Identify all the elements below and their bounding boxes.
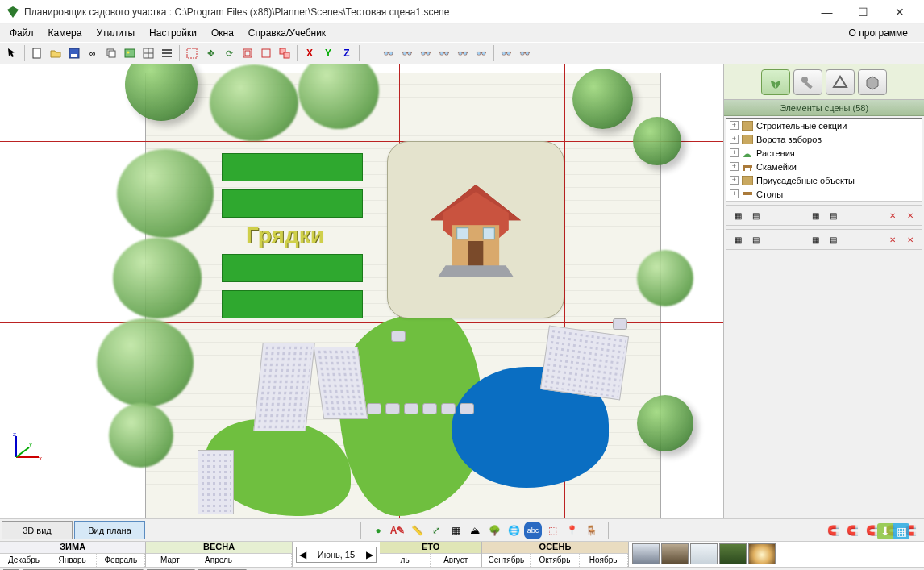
stone[interactable]	[385, 403, 400, 414]
stone[interactable]	[460, 403, 474, 414]
menu-about[interactable]: О программе	[843, 26, 914, 40]
select-box-icon[interactable]: ⬚	[543, 522, 561, 539]
list-icon[interactable]	[158, 44, 176, 62]
link-icon[interactable]: ∞	[84, 44, 102, 62]
month[interactable]: Октябрь	[531, 554, 579, 567]
delete-icon[interactable]: ✕	[902, 207, 918, 223]
month[interactable]: ль	[380, 554, 431, 567]
camera-1-icon[interactable]: 👓	[380, 44, 397, 62]
month[interactable]: Март	[146, 554, 194, 567]
expand-icon[interactable]: +	[730, 121, 739, 130]
terrain-icon[interactable]: ⛰	[466, 522, 484, 539]
globe-icon[interactable]: 🌐	[505, 522, 522, 539]
month[interactable]: Ноябрь	[580, 554, 628, 567]
canvas-viewport[interactable]: Грядки	[0, 64, 723, 518]
clone-icon[interactable]	[276, 44, 293, 62]
mini-btn-icon[interactable]: ▤	[747, 231, 764, 248]
open-file-icon[interactable]	[47, 44, 65, 62]
palette-shape-icon[interactable]	[826, 69, 855, 95]
tree-node-label[interactable]: Скамейки	[756, 162, 797, 172]
sky-thumb[interactable]	[719, 543, 747, 564]
expand-icon[interactable]: +	[730, 135, 739, 144]
abc-icon[interactable]: abc	[524, 522, 542, 539]
date-prev-icon[interactable]: ◀	[297, 549, 310, 560]
visibility-icon[interactable]: ●	[369, 522, 387, 539]
scale-icon[interactable]	[239, 44, 256, 62]
rock-path[interactable]	[198, 450, 234, 514]
mini-btn-icon[interactable]: ▤	[825, 231, 841, 248]
grid-toggle-icon[interactable]: ▦	[447, 522, 464, 539]
garden-bed[interactable]	[222, 290, 363, 318]
sky-thumb[interactable]	[690, 543, 718, 564]
mini-btn-icon[interactable]: ▤	[825, 207, 841, 223]
select-all-icon[interactable]	[183, 44, 201, 62]
date-next-icon[interactable]: ▶	[363, 549, 376, 560]
rotate-icon[interactable]: ⟳	[220, 44, 238, 62]
object-marker[interactable]	[391, 331, 406, 342]
pin-icon[interactable]: 📍	[563, 522, 581, 539]
stone[interactable]	[441, 403, 456, 414]
snap-magnet-icon[interactable]: 🧲	[843, 522, 861, 539]
axis-x-button[interactable]: X	[301, 44, 318, 62]
axis-z-button[interactable]: Z	[338, 44, 356, 62]
ruler-icon[interactable]: 📏	[408, 522, 426, 539]
text-a-icon[interactable]: A✎	[389, 522, 406, 539]
axis-y-button[interactable]: Y	[319, 44, 337, 62]
camera-7-icon[interactable]: 👓	[497, 44, 515, 62]
sky-thumb[interactable]	[632, 543, 660, 564]
menu-windows[interactable]: Окна	[205, 26, 240, 40]
tree-node-label[interactable]: Растения	[756, 148, 795, 158]
delete-icon[interactable]: ✕	[884, 207, 901, 223]
tree-object[interactable]	[117, 149, 214, 238]
tree-node-label[interactable]: Строительные секции	[756, 121, 847, 131]
palette-plants-icon[interactable]	[761, 69, 790, 95]
camera-3-icon[interactable]: 👓	[417, 44, 435, 62]
sky-thumb[interactable]	[661, 543, 689, 564]
delete-icon[interactable]: ✕	[884, 231, 901, 248]
tab-plan-view[interactable]: Вид плана	[74, 521, 145, 539]
sky-thumb[interactable]	[748, 543, 776, 564]
pointer-tool-icon[interactable]	[3, 44, 21, 62]
delete-icon[interactable]: ✕	[902, 231, 918, 248]
rock-path[interactable]	[253, 343, 315, 431]
maximize-button[interactable]: ☐	[845, 0, 881, 24]
close-button[interactable]: ✕	[881, 0, 918, 24]
expand-icon[interactable]: +	[730, 189, 739, 198]
stone[interactable]	[422, 403, 437, 414]
grid-icon[interactable]	[139, 44, 157, 62]
tree-object[interactable]	[97, 318, 194, 407]
stone[interactable]	[367, 403, 381, 414]
camera-4-icon[interactable]: 👓	[435, 44, 453, 62]
mini-btn-icon[interactable]: ▦	[807, 207, 823, 223]
palette-box-icon[interactable]	[858, 69, 887, 95]
menu-help[interactable]: Справка/Учебник	[242, 26, 332, 40]
month[interactable]	[243, 554, 292, 567]
camera-6-icon[interactable]: 👓	[472, 44, 490, 62]
camera-5-icon[interactable]: 👓	[454, 44, 472, 62]
garden-bed[interactable]	[222, 189, 363, 218]
season-summer[interactable]: ЕТО ль Август	[380, 542, 482, 567]
expand-icon[interactable]: +	[730, 162, 739, 171]
tree-object[interactable]	[113, 238, 202, 318]
month[interactable]: Январь	[48, 554, 97, 567]
date-picker[interactable]: ◀ Июнь, 15 ▶	[296, 547, 377, 563]
month[interactable]: Апрель	[194, 554, 243, 567]
expand-icon[interactable]: +	[730, 148, 739, 157]
save-file-icon[interactable]	[65, 44, 83, 62]
season-winter[interactable]: ЗИМА Декабрь Январь Февраль	[0, 542, 146, 567]
mini-btn-icon[interactable]: ▦	[807, 231, 823, 248]
new-file-icon[interactable]	[28, 44, 46, 62]
season-autumn[interactable]: ОСЕНЬ Сентябрь Октябрь Ноябрь	[482, 542, 628, 567]
house-preview-popup[interactable]	[387, 141, 564, 318]
month[interactable]: Февраль	[97, 554, 145, 567]
tree-object[interactable]	[210, 64, 298, 141]
rock-path[interactable]	[540, 325, 629, 400]
tree-node-label[interactable]: Приусадебные объекты	[756, 176, 855, 185]
month[interactable]: Сентябрь	[482, 554, 531, 567]
month[interactable]: Август	[431, 554, 481, 567]
object-marker[interactable]	[613, 318, 627, 330]
chart-icon[interactable]: ⤢	[427, 522, 445, 539]
camera-8-icon[interactable]: 👓	[516, 44, 534, 62]
tree-object[interactable]	[633, 117, 681, 165]
season-spring[interactable]: ВЕСНА Март Апрель	[146, 542, 292, 567]
